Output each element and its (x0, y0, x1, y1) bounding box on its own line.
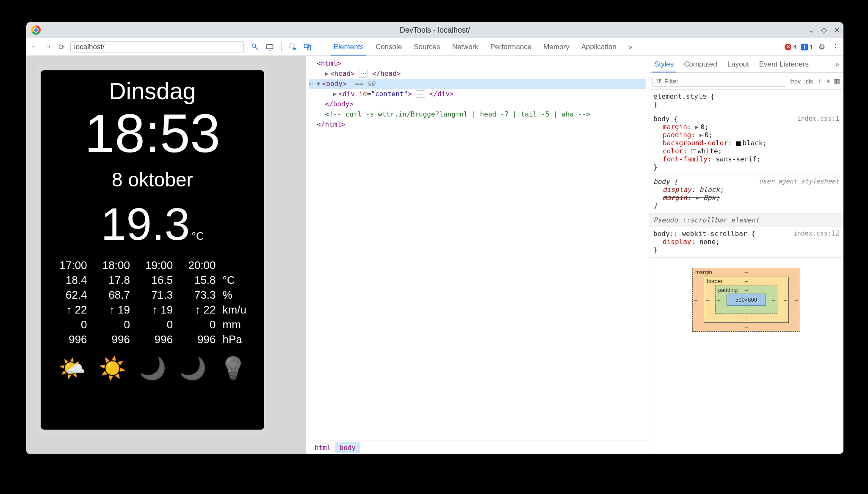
dom-breadcrumb: htmlbody (306, 441, 649, 454)
devtools-window: DevTools - localhost/ ⌄ ◇ ✕ ← → ⟳ localh… (26, 22, 843, 454)
inspect-element-icon[interactable] (288, 42, 298, 52)
tab-sources[interactable]: Sources (408, 38, 446, 56)
stab-layout[interactable]: Layout (722, 56, 754, 72)
dom-tree[interactable]: <html> ▸ <head> ⋯ </head> ⋯ ▾ <body> == … (306, 56, 649, 441)
tab-console[interactable]: Console (370, 38, 408, 56)
current-temp: 19.3°C (101, 201, 204, 247)
titlebar: DevTools - localhost/ ⌄ ◇ ✕ (26, 22, 843, 38)
rule-body-ua[interactable]: user agent stylesheet body { display: bl… (649, 175, 843, 214)
dom-node[interactable]: <html> (309, 58, 646, 69)
table-row: 17:00 18:00 19:00 20:00 (48, 258, 257, 273)
styles-tabs-overflow[interactable]: » (831, 61, 843, 68)
table-row: 18.4 17.8 16.5 15.8 °C (48, 273, 257, 288)
dom-node[interactable]: </html> (309, 119, 646, 130)
temp-unit: °C (192, 230, 204, 242)
stab-event-listeners[interactable]: Event Listeners (754, 56, 814, 72)
tab-performance[interactable]: Performance (484, 38, 537, 56)
dom-node[interactable]: </body> (309, 99, 646, 109)
rule-source: user agent stylesheet (759, 178, 839, 185)
date-label: 8 oktober (112, 168, 193, 191)
info-count: 1 (810, 43, 813, 50)
svg-rect-1 (267, 44, 273, 49)
devtools-tabs: Elements Console Sources Network Perform… (328, 38, 638, 56)
kebab-menu-icon[interactable]: ⋮ (831, 42, 840, 52)
error-dot-icon: ✕ (785, 44, 791, 50)
tab-memory[interactable]: Memory (537, 38, 575, 56)
moon-icon: 🌙 (179, 355, 207, 381)
dom-node[interactable]: ▸ <div id="content"> ⋯ </div> (309, 89, 646, 99)
pointer-icon[interactable] (251, 42, 260, 52)
device-frame: Dinsdag 18:53 8 oktober 19.3°C 17:00 18:… (34, 64, 271, 436)
nav-back-icon[interactable]: ← (30, 42, 39, 52)
error-count: 4 (793, 43, 796, 50)
panel-layout-icon[interactable]: ▥ (834, 77, 840, 85)
dom-node-selected[interactable]: ⋯ ▾ <body> == $0 (309, 79, 646, 89)
table-row: ↑ 22 ↑ 19 ↑ 19 ↑ 22 km/u (48, 303, 257, 317)
toolbar: ← → ⟳ localhost/ Elements Co (26, 38, 843, 56)
new-rule-icon[interactable]: ＋ (816, 77, 823, 86)
info-badge[interactable]: i 1 (801, 43, 813, 50)
brush-icon[interactable]: ⌖ (827, 78, 830, 85)
table-row: 996 996 996 996 hPa (48, 332, 257, 347)
stab-styles[interactable]: Styles (649, 56, 679, 72)
rule-source[interactable]: index.css:12 (793, 230, 839, 237)
table-row: 62.4 68.7 71.3 73.3 % (48, 288, 257, 303)
reload-icon[interactable]: ⟳ (57, 42, 66, 52)
device-toolbar-icon[interactable] (303, 42, 312, 52)
nav-forward-icon[interactable]: → (43, 42, 53, 52)
rule-scrollbar[interactable]: index.css:12 body::-webkit-scrollbar { d… (649, 227, 843, 258)
table-row: 0 0 0 0 mm (48, 317, 257, 332)
svg-point-0 (252, 44, 256, 47)
toggle-hov[interactable]: :hov (790, 78, 801, 85)
styles-pane: Styles Computed Layout Event Listeners »… (649, 56, 843, 454)
pseudo-scrollbar-header: Pseudo ::scrollbar element (649, 214, 843, 227)
tab-application[interactable]: Application (575, 38, 622, 56)
dom-node[interactable]: ▸ <head> ⋯ </head> (309, 69, 646, 79)
filter-icon: ⧩ (656, 78, 662, 85)
main-area: Dinsdag 18:53 8 oktober 19.3°C 17:00 18:… (26, 56, 843, 454)
forecast-table: 17:00 18:00 19:00 20:00 18.4 17.8 16.5 1… (48, 258, 257, 347)
styles-filter-input[interactable]: ⧩ Filter (652, 76, 786, 87)
weekday-label: Dinsdag (109, 77, 196, 105)
breadcrumb-body[interactable]: body (335, 442, 360, 453)
settings-icon[interactable]: ⚙ (817, 42, 827, 52)
weather-icons-row: 🌤️ ☀️ 🌙 🌙 💡 (58, 355, 247, 381)
box-model: margin –––– border –––– padding –––– 500… (649, 258, 843, 342)
rendered-page-pane: Dinsdag 18:53 8 oktober 19.3°C 17:00 18:… (26, 56, 306, 454)
styles-filter-row: ⧩ Filter :hov .cls ＋ ⌖ ▥ (649, 73, 843, 90)
error-badge[interactable]: ✕ 4 (785, 43, 796, 50)
url-text: localhost/ (74, 43, 105, 51)
styles-tabs: Styles Computed Layout Event Listeners » (649, 56, 843, 73)
moon-icon: 🌙 (139, 355, 166, 381)
tabs-overflow[interactable]: » (622, 38, 638, 56)
elements-tree-pane: <html> ▸ <head> ⋯ </head> ⋯ ▾ <body> == … (306, 56, 649, 454)
tab-network[interactable]: Network (446, 38, 484, 56)
box-model-content: 500×800 (727, 294, 766, 306)
breadcrumb-html[interactable]: html (310, 442, 335, 453)
rule-element-style[interactable]: element.style { } (649, 90, 843, 112)
rule-source[interactable]: index.css:1 (797, 115, 839, 122)
bulb-icon: 💡 (219, 355, 247, 381)
tab-elements[interactable]: Elements (328, 38, 370, 56)
filter-placeholder: Filter (664, 78, 678, 85)
url-input[interactable]: localhost/ (70, 41, 244, 53)
stab-computed[interactable]: Computed (679, 56, 722, 72)
sun-icon: ☀️ (99, 355, 126, 381)
dom-comment[interactable]: <!-- curl -s wttr.in/Brugge?lang=nl | he… (309, 109, 646, 119)
info-dot-icon: i (801, 44, 808, 50)
time-label: 18:53 (85, 106, 220, 161)
window-title: DevTools - localhost/ (26, 26, 843, 35)
toggle-cls[interactable]: .cls (804, 78, 813, 85)
temp-value: 19.3 (101, 198, 190, 250)
screencast-icon[interactable] (265, 42, 274, 52)
css-rules[interactable]: element.style { } index.css:1 body { mar… (649, 90, 843, 454)
rule-body-author[interactable]: index.css:1 body { margin: ▸ 0; padding:… (649, 112, 843, 175)
sun-cloud-icon: 🌤️ (58, 355, 86, 381)
